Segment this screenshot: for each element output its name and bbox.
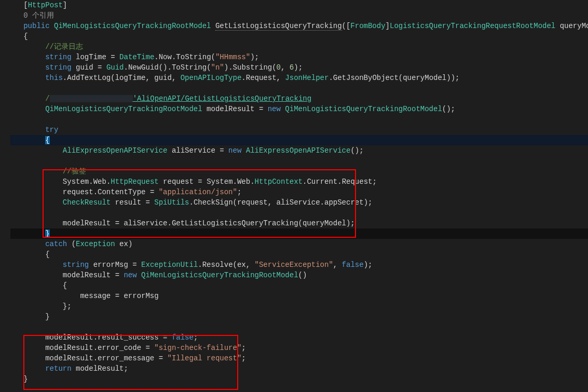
code-line — [10, 208, 588, 218]
code-line: modelResult = new QiMenLogisticsQueryTra… — [10, 270, 588, 280]
code-line: public QiMenLogisticsQueryTrackingRootMo… — [10, 21, 588, 31]
code-line: string guid = Guid.NewGuid().ToString("n… — [10, 62, 588, 73]
code-line: [HttpPost] — [10, 0, 588, 10]
references-lens[interactable]: 0 个引用 — [10, 10, 588, 21]
code-line: request.ContentType = "application/json"… — [10, 187, 588, 197]
url-link[interactable]: 'AliOpenAPI/GetListLogisticsQueryTrackin… — [133, 94, 311, 103]
code-line — [10, 83, 588, 93]
code-line — [10, 322, 588, 332]
code-line: message = errorMsg — [10, 291, 588, 301]
code-line: modelResult = aliService.GetListLogistic… — [10, 218, 588, 228]
code-line: string logTime = DateTime.Now.ToString("… — [10, 52, 588, 62]
code-line: }; — [10, 301, 588, 312]
code-line: modelResult.result_success = false; — [10, 332, 588, 343]
code-line: } — [10, 228, 588, 239]
code-line: modelResult.error_code = "sign-check-fai… — [10, 343, 588, 353]
code-line: catch (Exception ex) — [10, 239, 588, 249]
code-editor[interactable]: [HttpPost] 0 个引用 public QiMenLogisticsQu… — [0, 0, 588, 392]
code-line: { — [10, 31, 588, 42]
code-line: { — [10, 249, 588, 260]
code-line: this.AddTextLog(logTime, guid, OpenAPILo… — [10, 73, 588, 83]
code-line: { — [10, 135, 588, 145]
code-line: } — [10, 374, 588, 384]
redacted-content — [50, 95, 133, 102]
code-line: string errorMsg = ExceptionUtil.Resolve(… — [10, 260, 588, 270]
code-line: /'AliOpenAPI/GetListLogisticsQueryTracki… — [10, 93, 588, 104]
code-line: //验签 — [10, 166, 588, 177]
code-line: { — [10, 280, 588, 291]
code-line: //记录日志 — [10, 42, 588, 52]
code-line — [10, 156, 588, 166]
code-line: try — [10, 125, 588, 135]
code-line: CheckResult result = SpiUtils.CheckSign(… — [10, 197, 588, 208]
code-line: AliExpressOpenAPIService aliService = ne… — [10, 145, 588, 156]
code-line: return modelResult; — [10, 363, 588, 374]
code-line: } — [10, 312, 588, 322]
code-line: modelResult.error_message = "Illegal req… — [10, 353, 588, 363]
code-line: QiMenLogisticsQueryTrackingRootModel mod… — [10, 104, 588, 114]
code-line — [10, 114, 588, 125]
code-line: System.Web.HttpRequest request = System.… — [10, 177, 588, 187]
